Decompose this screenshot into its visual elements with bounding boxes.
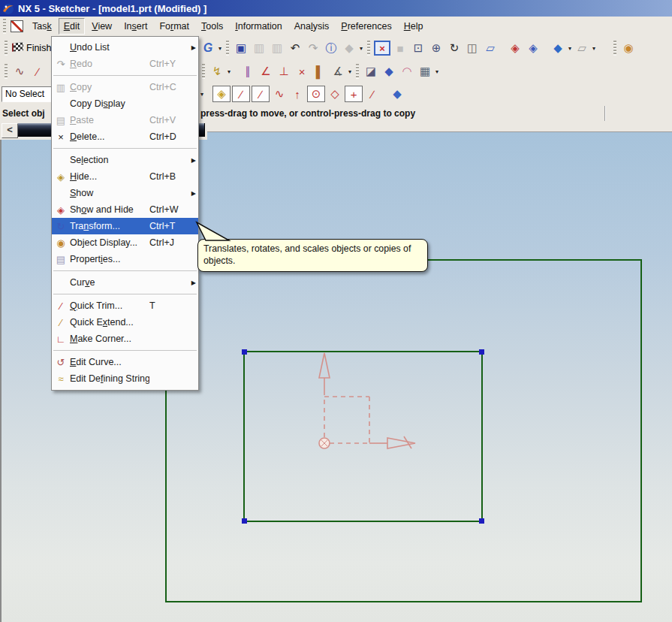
corner-handle[interactable] [242, 349, 247, 355]
toolbar-grip[interactable] [356, 64, 359, 79]
rotate-view-icon[interactable]: G [200, 40, 216, 56]
menu-edit[interactable]: Edit [59, 18, 86, 35]
auto-constrain-icon[interactable]: ∠ [258, 63, 274, 80]
existing-point-icon[interactable]: + [345, 86, 363, 102]
display-sketch-constraints-icon[interactable]: ◪ [363, 63, 379, 80]
menu-item-shortcut: Ctrl+Y [149, 59, 187, 69]
intersection-point-icon[interactable]: ↑ [289, 86, 306, 102]
auto-dimension-icon[interactable]: ⊥ [276, 63, 292, 80]
line-icon[interactable]: ∕ [29, 63, 46, 80]
menu-information[interactable]: Information [230, 18, 288, 35]
dropdown-caret-icon[interactable]: ▾ [360, 45, 363, 52]
orient-to-sketch-icon[interactable]: ◆ [381, 63, 397, 80]
edit-menu-item-quick-extend[interactable]: ∕Quick Extend... [52, 314, 198, 331]
dropdown-caret-icon[interactable]: ▾ [218, 45, 221, 52]
sketch-outer-rectangle[interactable] [166, 260, 641, 602]
edit-menu-item-properties[interactable]: ▤Properties... [52, 251, 198, 267]
menubar-grip[interactable] [3, 19, 6, 34]
menu-item-label: Copy [70, 82, 149, 92]
edit-menu-item-hide[interactable]: ◈Hide...Ctrl+B [52, 168, 198, 185]
menu-analysis[interactable]: Analysis [289, 18, 335, 35]
edit-menu-item-undo-list[interactable]: Undo List▶ [52, 39, 198, 56]
edit-menu-item-copy-display[interactable]: Copy Display [52, 95, 198, 112]
constraints-toolbar: ↯▾∥∠⊥×▌∡▾◪◆◠▦▾ [199, 60, 440, 83]
menu-task[interactable]: Task [27, 18, 57, 35]
edit-object-display-icon[interactable]: ⓘ [323, 40, 339, 56]
edit-menu-item-edit-defining-string[interactable]: ≈Edit Defining String... [52, 370, 198, 387]
zoom-icon[interactable]: ⊕ [428, 40, 444, 56]
end-point-icon[interactable]: ∕ [232, 86, 250, 102]
redo-icon[interactable]: ↷ [305, 40, 321, 56]
y-axis-arrow[interactable] [319, 353, 330, 378]
menu-help[interactable]: Help [399, 18, 429, 35]
edit-menu-item-show-and-hide[interactable]: ◈Show and HideCtrl+W [52, 201, 198, 218]
dropdown-caret-icon[interactable]: ▾ [435, 68, 438, 75]
object-display-icon: ◉ [52, 237, 70, 249]
zoom-box-icon[interactable]: ⊡ [410, 40, 426, 56]
parallel-constraint-icon[interactable]: ∥ [240, 63, 256, 80]
menu-insert[interactable]: Insert [119, 18, 152, 35]
toolbar-grip[interactable] [367, 41, 370, 56]
animate-dimension-icon[interactable]: ▌ [312, 63, 328, 80]
perspective-icon[interactable]: ▱ [482, 40, 499, 56]
title-bar[interactable]: NX 5 - Sketcher - [model1.prt (Modified)… [0, 0, 672, 17]
menu-format[interactable]: Format [154, 18, 194, 35]
edit-menu-item-edit-curve[interactable]: ↺Edit Curve... [52, 354, 198, 370]
dropdown-caret-icon[interactable]: ▾ [200, 91, 203, 98]
dropdown-caret-icon[interactable]: ▾ [228, 68, 231, 75]
quadrant-point-icon[interactable]: ◇ [327, 86, 343, 102]
corner-handle[interactable] [242, 518, 247, 524]
edit-menu-item-make-corner[interactable]: ∟Make Corner... [52, 331, 198, 347]
dropdown-caret-icon[interactable]: ▾ [592, 45, 595, 52]
profile-icon[interactable]: ∿ [11, 63, 28, 80]
menu-item-label: Edit Curve... [70, 357, 149, 367]
menu-tools[interactable]: Tools [196, 18, 228, 35]
menu-view[interactable]: View [86, 18, 117, 35]
sketch-plane-icon[interactable]: ◆ [389, 86, 405, 102]
edit-menu-item-curve[interactable]: Curve▶ [52, 274, 198, 291]
dropdown-caret-icon[interactable]: ▾ [568, 45, 571, 52]
toolbar-grip[interactable] [613, 41, 616, 56]
point-on-curve-icon[interactable]: ∕ [364, 86, 381, 102]
save-icon[interactable]: ▣ [233, 40, 249, 56]
snap-point-icon[interactable]: ◈ [212, 86, 231, 102]
toolbar-grip[interactable] [5, 64, 8, 79]
rotate-icon[interactable]: ↻ [446, 40, 463, 56]
alternate-solution-icon[interactable]: ▦ [417, 63, 433, 80]
convert-reference-icon[interactable]: ∡ [330, 63, 346, 80]
toolbar-grip[interactable] [226, 41, 229, 56]
sketch-inner-rectangle[interactable] [244, 352, 482, 521]
dropdown-caret-icon[interactable]: ▾ [348, 68, 351, 75]
edit-menu-item-transform[interactable]: ↻Transform...Ctrl+T [52, 218, 198, 234]
display-mode-icon[interactable]: ▱ [574, 40, 590, 56]
menu-preferences[interactable]: Preferences [336, 18, 396, 35]
corner-handle[interactable] [479, 349, 484, 355]
invert-shown-icon[interactable]: ◈ [525, 40, 541, 56]
selection-handles[interactable] [242, 349, 484, 524]
menu-separator [53, 350, 197, 351]
edit-menu-item-delete[interactable]: ×Delete...Ctrl+D [52, 128, 198, 145]
finish-sketch-button[interactable]: Finish [26, 43, 51, 53]
edit-curve-icon: ↺ [52, 357, 70, 368]
project-curve-icon[interactable]: ◠ [399, 63, 415, 80]
edit-menu-item-quick-trim[interactable]: ∕Quick Trim...T [52, 297, 198, 314]
undo-icon[interactable]: ↶ [287, 40, 303, 56]
back-button[interactable]: < [2, 123, 18, 138]
create-constraint-icon[interactable]: ↯ [209, 63, 225, 80]
edit-menu-item-selection[interactable]: Selection▶ [52, 152, 198, 168]
show-remove-constraints-icon[interactable]: × [294, 63, 310, 80]
toolbar-grip[interactable] [5, 41, 8, 56]
toolbar-grip[interactable] [202, 64, 205, 79]
shaded-display-icon[interactable]: ◆ [550, 40, 566, 56]
finish-toolbar: Finish [2, 36, 51, 60]
pan-icon[interactable]: ◫ [464, 40, 481, 56]
control-point-icon[interactable]: ∿ [271, 86, 288, 102]
roles-icon[interactable]: ◉ [620, 40, 637, 56]
fit-view-icon[interactable]: × [374, 41, 390, 56]
arc-center-icon[interactable]: ⊙ [307, 86, 325, 102]
mid-point-icon[interactable]: ∕ [252, 86, 270, 102]
corner-handle[interactable] [479, 518, 484, 524]
show-hide-icon[interactable]: ◈ [507, 40, 523, 56]
edit-menu-item-object-display[interactable]: ◉Object Display...Ctrl+J [52, 234, 198, 251]
edit-menu-item-show[interactable]: Show▶ [52, 185, 198, 201]
